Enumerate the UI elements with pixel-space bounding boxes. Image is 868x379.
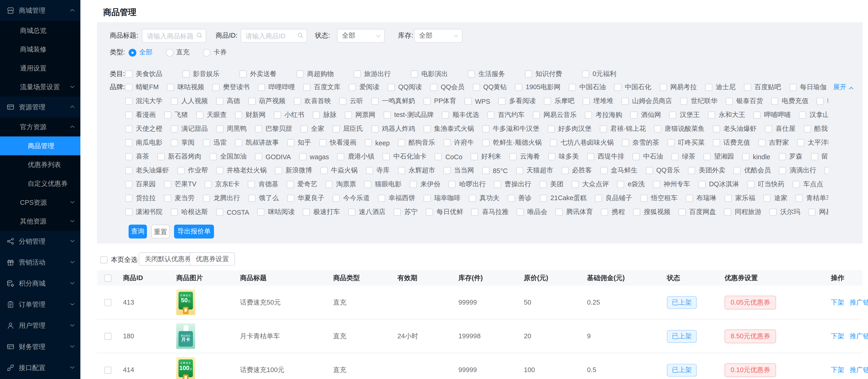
brand-checkbox[interactable]: 永辉超市 [398, 166, 435, 175]
brand-checkbox[interactable]: 小红书 [274, 111, 304, 120]
category-checkbox-5[interactable]: 电影演出 [411, 69, 448, 79]
close-default-coupon-button[interactable]: 关闭默认优惠券 [138, 252, 197, 266]
brand-checkbox[interactable]: 网易云音乐 [533, 111, 577, 120]
brand-checkbox[interactable]: 麦当劳 [164, 194, 194, 203]
category-checkbox-6[interactable]: 生活服务 [468, 69, 505, 79]
brand-checkbox[interactable]: 财新网 [235, 111, 266, 120]
brand-checkbox[interactable]: COSTA [216, 208, 249, 216]
brand-checkbox[interactable]: 乾鲜生·顺德火锅 [482, 138, 541, 148]
brand-checkbox[interactable]: 同程旅游 [724, 207, 761, 217]
brand-checkbox[interactable]: 飒漫画 [817, 96, 828, 106]
brand-checkbox[interactable]: 顺丰优选 [442, 111, 479, 120]
brand-checkbox[interactable]: 巴黎贝甜 [255, 124, 292, 134]
brand-checkbox[interactable]: 樊登读书 [213, 83, 250, 92]
brand-checkbox[interactable]: 电费充值 [771, 96, 808, 106]
promo-link[interactable]: 推广链接 [850, 365, 868, 375]
brand-checkbox[interactable]: 知乎 [287, 138, 311, 148]
brand-checkbox[interactable]: 看漫画 [125, 111, 156, 120]
brand-checkbox[interactable]: QQ音乐 [646, 166, 680, 175]
brand-checkbox[interactable]: 百度文库 [304, 83, 341, 92]
brand-checkbox[interactable]: 全国加油 [210, 152, 247, 162]
brand-checkbox[interactable]: 望湘园 [704, 152, 734, 162]
brand-checkbox[interactable]: 中石油 [633, 152, 663, 162]
brand-checkbox[interactable]: 吉野家 [758, 138, 789, 148]
brand-checkbox[interactable]: 欢喜首映 [294, 96, 331, 106]
brand-checkbox[interactable]: 迅雷 [203, 138, 226, 148]
brand-checkbox[interactable]: 网易严选 [808, 207, 828, 217]
type-radio-2[interactable]: 卡券 [203, 48, 226, 57]
brand-checkbox[interactable]: PP体育 [424, 96, 456, 106]
brand-checkbox[interactable]: 太平洋咖啡 [797, 138, 828, 148]
brand-checkbox[interactable]: 君禧·锦上花 [600, 124, 646, 134]
brand-checkbox[interactable]: 酒仙网 [630, 111, 661, 120]
row-checkbox[interactable] [104, 366, 111, 374]
brand-checkbox[interactable]: 鹿港小镇 [337, 152, 374, 162]
brand-checkbox[interactable]: 天猫超市 [516, 166, 553, 175]
brand-checkbox[interactable]: 多看阅读 [498, 96, 536, 106]
brand-checkbox[interactable]: 作业帮 [177, 166, 208, 175]
brand-checkbox[interactable]: 21Cake蛋糕 [540, 194, 587, 203]
brand-checkbox[interactable]: 京东E卡 [205, 180, 240, 189]
brand-checkbox[interactable]: 神州专车 [653, 180, 690, 189]
brand-checkbox[interactable]: 山姆会员商店 [622, 96, 672, 106]
brand-checkbox[interactable]: 一鸣真鲜奶 [371, 96, 415, 106]
category-checkbox-8[interactable]: 0元福利 [582, 69, 616, 79]
type-radio-1[interactable]: 直充 [166, 48, 190, 57]
header-checkbox[interactable] [104, 274, 111, 282]
brand-checkbox[interactable]: 大众点评 [572, 180, 609, 189]
type-radio-0[interactable]: 全部 [129, 48, 152, 57]
brand-checkbox[interactable]: 百果园 [125, 180, 156, 189]
brand-checkbox[interactable]: 滴滴出行 [779, 166, 816, 175]
brand-checkbox[interactable]: 搜狐视频 [633, 207, 671, 217]
brand-checkbox[interactable]: 天使之橙 [125, 124, 162, 134]
brand-checkbox[interactable]: 井格老灶火锅 [216, 166, 267, 175]
brand-checkbox[interactable]: 猫眼电影 [365, 180, 402, 189]
brand-checkbox[interactable]: 南瓜电影 [125, 138, 162, 148]
brand-checkbox[interactable]: 味多美 [548, 152, 579, 162]
category-checkbox-1[interactable]: 影音娱乐 [183, 69, 220, 79]
sidebar-item-marketing-activities[interactable]: 营销活动 [0, 252, 81, 273]
brand-checkbox[interactable]: 老头油爆虾 [713, 124, 757, 134]
select-all-checkbox[interactable]: 本页全选 [100, 255, 137, 265]
sidebar-item-product-management[interactable]: 商品管理 [0, 136, 81, 155]
brand-checkbox[interactable]: e袋洗 [617, 180, 645, 189]
brand-checkbox[interactable]: 布瑞琳 [686, 194, 716, 203]
category-checkbox-4[interactable]: 旅游出行 [353, 69, 391, 79]
sidebar-item-user-management[interactable]: 用户管理 [0, 315, 81, 336]
brand-checkbox[interactable]: 哈根达斯 [171, 207, 208, 217]
brand-checkbox[interactable]: 葫芦视频 [248, 96, 285, 106]
brand-checkbox[interactable]: 每日优鲜 [426, 207, 463, 217]
row-checkbox[interactable] [104, 332, 111, 340]
brand-checkbox[interactable]: 留下来筒骨砂锅 [811, 152, 828, 162]
brand-checkbox[interactable]: CoCo [435, 153, 462, 161]
brand-checkbox[interactable]: 悟空租车 [641, 194, 678, 203]
brand-checkbox[interactable]: 快看漫画 [319, 138, 356, 148]
sidebar-item-general-settings[interactable]: 通用设置 [0, 59, 81, 78]
brand-checkbox[interactable]: 潇湘书院 [125, 207, 162, 217]
brand-checkbox[interactable]: 青桔单车 [796, 194, 828, 203]
brand-checkbox[interactable]: 中国石化 [614, 83, 651, 92]
brand-checkbox[interactable]: 爱阅读 [349, 83, 379, 92]
brand-checkbox[interactable]: 来伊份 [410, 180, 440, 189]
brand-checkbox[interactable]: 人人视频 [171, 96, 208, 106]
category-checkbox-2[interactable]: 外卖送餐 [240, 69, 277, 79]
sidebar-item-order-management[interactable]: 订单管理 [0, 294, 81, 315]
brand-checkbox[interactable]: 牛多滋和牛汉堡 [482, 124, 539, 134]
brand-checkbox[interactable]: 西堤牛排 [587, 152, 624, 162]
brand-checkbox[interactable]: 汉拿山 [799, 111, 828, 120]
brand-checkbox[interactable]: test-测试品牌 [384, 111, 434, 120]
brand-checkbox[interactable]: 酷狗音乐 [398, 138, 435, 148]
brand-checkbox[interactable]: 喜仕屋 [765, 124, 796, 134]
sidebar-item-finance-management[interactable]: 财务管理 [0, 336, 81, 357]
sidebar-item-cps-resources[interactable]: CPS资源 [0, 193, 81, 212]
brand-checkbox[interactable]: 咪咕阅读 [257, 207, 295, 217]
promo-link[interactable]: 推广链接 [850, 298, 868, 307]
take-down-link[interactable]: 下架 [831, 298, 844, 307]
brand-checkbox[interactable]: 肯德基 [248, 180, 279, 189]
brand-checkbox[interactable]: DQ冰淇淋 [699, 180, 739, 189]
brand-checkbox[interactable]: 必胜客 [561, 166, 592, 175]
brand-checkbox[interactable]: 呷哺呷哺 [753, 111, 790, 120]
brand-checkbox[interactable]: 迪士尼 [705, 83, 736, 92]
brand-checkbox[interactable]: 喜马拉雅 [471, 207, 508, 217]
brand-checkbox[interactable]: 飞猪 [164, 111, 188, 120]
